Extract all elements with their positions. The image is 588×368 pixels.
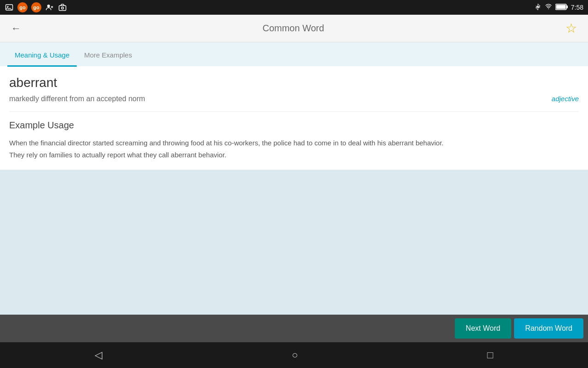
word-part-of-speech: adjective: [552, 95, 579, 103]
wifi-icon: [544, 4, 553, 12]
svg-point-7: [548, 8, 549, 9]
svg-point-2: [47, 5, 50, 7]
word-title: aberrant: [9, 75, 579, 90]
back-button[interactable]: ←: [7, 19, 25, 38]
svg-rect-3: [59, 6, 66, 11]
lower-background: [0, 170, 588, 315]
example-sentences: When the financial director started scre…: [9, 137, 579, 161]
status-time: 7:58: [571, 4, 583, 11]
camera-icon: [58, 3, 67, 12]
nav-recents-button[interactable]: □: [487, 349, 493, 361]
svg-rect-0: [6, 5, 13, 10]
random-word-button[interactable]: Random Word: [514, 318, 583, 339]
svg-point-4: [62, 7, 64, 9]
app-bar: ← Common Word ☆: [0, 15, 588, 42]
tab-meaning-usage[interactable]: Meaning & Usage: [7, 45, 77, 67]
svg-rect-10: [556, 5, 565, 9]
go-badge-1: go: [17, 2, 28, 12]
nav-home-button[interactable]: ○: [292, 349, 298, 361]
tabs-bar: Meaning & Usage More Examples: [0, 42, 588, 66]
nav-bar: ◁ ○ □: [0, 342, 588, 368]
status-left-icons: go go: [5, 2, 67, 12]
battery-icon: [555, 4, 568, 12]
status-bar: go go 7:58: [0, 0, 588, 15]
next-word-button[interactable]: Next Word: [455, 318, 511, 339]
action-bar: Next Word Random Word: [0, 315, 588, 342]
example-sentence-1: When the financial director started scre…: [9, 139, 444, 147]
tab-more-examples[interactable]: More Examples: [77, 45, 139, 67]
example-sentence-2: They rely on families to actually report…: [9, 151, 226, 159]
person-add-icon: [45, 3, 54, 12]
go-badge-2: go: [31, 2, 41, 12]
status-right-icons: 7:58: [534, 3, 583, 12]
image-icon: [5, 3, 14, 12]
app-title: Common Word: [262, 23, 324, 34]
example-usage-header: Example Usage: [9, 120, 579, 131]
word-row: markedly different from an accepted norm…: [9, 95, 579, 112]
favorite-button[interactable]: ☆: [562, 17, 581, 40]
nav-back-button[interactable]: ◁: [95, 349, 102, 361]
bluetooth-icon: [534, 3, 542, 12]
svg-rect-9: [566, 6, 568, 8]
content-area: aberrant markedly different from an acce…: [0, 66, 588, 170]
word-definition: markedly different from an accepted norm: [9, 95, 145, 103]
svg-point-1: [7, 6, 9, 7]
